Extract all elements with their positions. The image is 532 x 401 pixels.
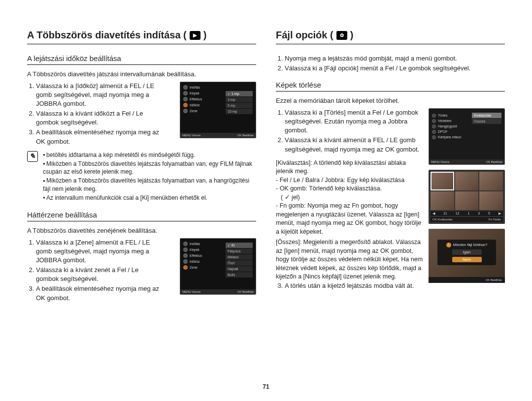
confirm-dialog: ! Minden fájl törlése? Igen Nem (437, 240, 496, 265)
screen-submenu: 1 mp 3 mp 5 mp 10 mp (226, 91, 253, 115)
interval-steps: Válassza ki a [Időköz] almenüt a FEL / L… (27, 82, 160, 146)
thumbnail (455, 191, 479, 210)
right-screens: Törlés Védelem Hangjegyzet DPOF Kártyára… (429, 108, 505, 283)
heading-slideshow: A Többszörös diavetítés indítása ( ▶ ) (27, 30, 256, 44)
camera-screen-interval: Indítás Képek Effektus Időköz Zene 1 mp … (180, 82, 256, 138)
fileoptions-intro-steps: Nyomja meg a lejátszás mód gombját, majd… (276, 54, 505, 73)
note-box: ✎ betöltés időtartama a kép méretétől és… (27, 151, 256, 203)
menu-item: Képek (190, 248, 200, 251)
confirm-no: Nem (452, 257, 482, 262)
note-icon: ✎ (27, 151, 38, 162)
thumbnail (479, 191, 503, 210)
list-item: Válassza ki a kívánt időközt a Fel / Le … (36, 109, 160, 127)
note-list: betöltés időtartama a kép méretétől és m… (43, 151, 256, 203)
camera-screen-confirm: ! Minden fájl törlése? Igen Nem OK Beáll… (429, 229, 505, 283)
thumb-nav: ◀ 11 12 1 3 5 ▶ (431, 211, 503, 216)
sub-item: 1 mp (226, 91, 253, 96)
thumbnail (431, 191, 454, 210)
list-item: Válassza ki a kívánt zenét a Fel / Le go… (36, 266, 160, 283)
menu-item: Zene (190, 109, 198, 113)
menu-item: Védelem (438, 119, 452, 123)
menu-item: Hangjegyzet (438, 124, 457, 128)
menu-item: Effektus (190, 97, 202, 101)
thumbnail (479, 172, 503, 190)
confirm-footer: OK Beállítás (429, 277, 505, 283)
sub-item: Kiválasztás (472, 113, 501, 118)
thumbnail (431, 172, 454, 190)
screen-footer: MENU Vissza OK Beállítás (180, 289, 256, 294)
sub-item: 10 mp (226, 109, 253, 114)
menu-item: Kártyára másol (438, 135, 461, 139)
list-item: Miközben a Többszörös diavetítés lejátsz… (43, 177, 256, 192)
menu-item: Időköz (190, 103, 200, 107)
list-item: Nyomja meg a lejátszás mód gombját, majd… (285, 54, 505, 63)
music-intro: A Többszörös diavetítés zenéjének beállí… (27, 226, 256, 235)
menu-item: Indítás (190, 86, 200, 89)
camera-screen-delete-menu: Törlés Védelem Hangjegyzet DPOF Kártyára… (429, 108, 505, 165)
sub-item: Őszi (226, 260, 253, 266)
left-column: A Többszörös diavetítés indítása ( ▶ ) A… (27, 30, 256, 386)
interval-intro: A Többszörös diavetítés játszási interva… (27, 70, 256, 79)
confirm-question: Minden fájl törlése? (453, 243, 487, 247)
sub-item: Bulis (226, 272, 253, 278)
info-icon: ! (446, 243, 451, 247)
interval-block: Indítás Képek Effektus Időköz Zene 1 mp … (27, 82, 256, 146)
term-label: [Összes] (276, 239, 300, 246)
thumb-footer: OK Kiválasztás Fn Törlés (431, 217, 503, 222)
subheading-delete: Képek törlése (276, 81, 505, 92)
delete-intro: Ezzel a memóriában tárolt képeket törölh… (276, 96, 505, 105)
sub-item: Fátyolos (226, 248, 253, 254)
gear-icon: ✿ (336, 31, 347, 40)
camera-screen-music: Indítás Képek Effektus Időköz Zene Ki Fá… (180, 238, 256, 295)
sub-item: Hajnali (226, 266, 253, 272)
confirm-yes: Igen (452, 249, 482, 255)
screen-footer: MENU Vissza OK Beállítás (180, 133, 256, 138)
screen-submenu: Kiválasztás Összes (472, 113, 501, 124)
list-item: A beállítások elmentéséhez nyomja meg az… (36, 284, 160, 302)
play-icon: ▶ (190, 31, 200, 40)
term-label: [Kiválasztás] (276, 159, 310, 166)
heading-suffix: ) (350, 30, 354, 41)
list-item: Az intervallum menüfunkciók csal a [Ki] … (43, 194, 256, 202)
menu-item: Törlés (438, 114, 447, 117)
screen-submenu: Ki Fátyolos Mélázó Őszi Hajnali Bulis (226, 243, 253, 278)
menu-item: Képek (190, 92, 200, 95)
page-number: 71 (263, 383, 269, 390)
sub-item: 3 mp (226, 97, 253, 102)
heading-text: A Többszörös diavetítés indítása ( (27, 30, 187, 41)
subheading-interval: A lejátszási időköz beállítása (27, 54, 256, 65)
list-item: Miközben a Többszörös diavetítés lejátsz… (43, 160, 256, 176)
right-column: Fájl opciók ( ✿ ) Nyomja meg a lejátszás… (276, 30, 505, 386)
list-item: Válassza ki a [Zene] almenüt a FEL / LE … (36, 238, 160, 265)
menu-item: Indítás (190, 242, 200, 246)
thumb-grid (431, 172, 503, 210)
music-steps: Válassza ki a [Zene] almenüt a FEL / LE … (27, 238, 160, 303)
camera-screen-thumbnails: ◀ 11 12 1 3 5 ▶ OK Kiválasztás Fn Törlés (429, 170, 505, 224)
menu-item: Időköz (190, 260, 200, 263)
screen-footer: MENU Vissza OK Beállítás (429, 159, 504, 164)
menu-item: DPOF (438, 130, 447, 133)
sub-item: Összes (472, 119, 501, 124)
delete-block: Törlés Védelem Hangjegyzet DPOF Kártyára… (276, 108, 505, 295)
list-item: betöltés időtartama a kép méretétől és m… (43, 151, 256, 159)
list-item: Válassza ki a [Időköz] almenüt a FEL / L… (36, 82, 160, 109)
heading-fileoptions: Fájl opciók ( ✿ ) (276, 30, 505, 44)
menu-item: Zene (190, 266, 198, 269)
heading-suffix: ) (203, 30, 207, 41)
list-item: Válassza ki a [Fájl opciók] menüt a Fel … (285, 64, 505, 73)
sub-item: Mélázó (226, 254, 253, 260)
sub-item: 5 mp (226, 103, 253, 108)
music-block: Indítás Képek Effektus Időköz Zene Ki Fá… (27, 238, 256, 303)
sub-item: Ki (226, 243, 253, 248)
menu-item: Effektus (190, 254, 202, 257)
subheading-music: Háttérzene beállítása (27, 211, 256, 221)
thumbnail (455, 172, 479, 190)
heading-text: Fájl opciók ( (276, 30, 333, 41)
list-item: A beállítások elmentéséhez nyomja meg az… (36, 128, 160, 146)
